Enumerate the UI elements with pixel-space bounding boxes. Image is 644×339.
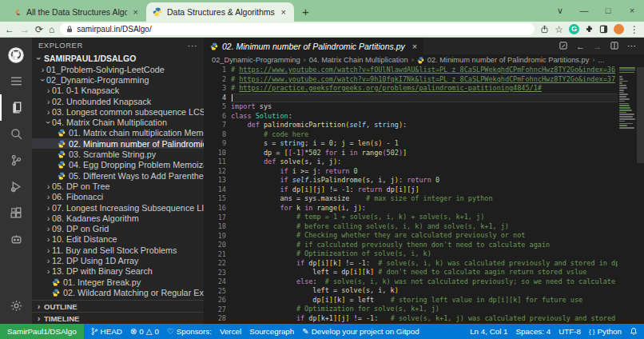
split-screen-extension-icon[interactable] bbox=[599, 25, 608, 34]
bookmark-star-icon[interactable]: ☆ bbox=[555, 25, 563, 34]
code-line: if dp[k+1][j] != -1: # solve(s, k+1, j) … bbox=[231, 314, 618, 324]
chevron-separator-icon: › bbox=[411, 56, 414, 64]
extensions-puzzle-icon[interactable] bbox=[585, 25, 594, 34]
settings-gear-icon[interactable] bbox=[0, 293, 32, 319]
remote-indicator[interactable]: SamirPaul1/DSAlgo bbox=[0, 324, 84, 339]
tree-folder-item[interactable]: ›01. 0-1 Knapsack bbox=[32, 86, 204, 96]
bell-icon bbox=[630, 327, 638, 336]
tree-folder-item[interactable]: ›04. Matrix Chain Multiplication bbox=[32, 117, 204, 127]
source-control-icon[interactable] bbox=[0, 147, 32, 173]
minimap[interactable] bbox=[618, 66, 637, 324]
split-editor-icon[interactable] bbox=[610, 39, 619, 54]
address-bar[interactable]: samirpaul.in/DSAlgo/ bbox=[60, 23, 535, 35]
breadcrumb-item[interactable]: 02_Dynamic-Programming bbox=[212, 56, 300, 64]
lock-icon bbox=[66, 26, 73, 33]
tree-file-item[interactable]: 02. Minimum number of Palindromic Partit… bbox=[32, 138, 204, 149]
code-line: if self.isPalindrome(s, i, j): return 0 bbox=[231, 176, 618, 185]
breadcrumb-item[interactable]: 02. Minimum number of Palindromic Partit… bbox=[427, 56, 590, 64]
explorer-more-actions-icon[interactable]: ··· bbox=[188, 41, 198, 50]
browser-tab-2[interactable]: Data Structures & Algorithms for × bbox=[146, 2, 294, 22]
code-line: # Optimization for solve(s, k+1, j) bbox=[231, 305, 618, 314]
breadcrumb-item[interactable]: ... bbox=[598, 56, 604, 64]
timeline-section[interactable]: › TIMELINE bbox=[32, 312, 204, 324]
python-file-icon bbox=[52, 289, 60, 297]
indentation-status[interactable]: Spaces: 4 bbox=[512, 327, 555, 336]
code-area[interactable]: # https://www.youtube.com/watch?v=fOUlNl… bbox=[231, 66, 618, 324]
tree-file-item[interactable]: 03. Scramble String.py bbox=[32, 149, 204, 159]
tab-close-icon[interactable]: × bbox=[412, 42, 417, 51]
browser-tab-strip: All the Data Structures Algorithm × Data… bbox=[0, 0, 644, 22]
tree-folder-item[interactable]: ›02_Dynamic-Programming bbox=[32, 74, 204, 85]
cursor-position-status[interactable]: Ln 4, Col 1 bbox=[466, 327, 511, 336]
menu-hamburger-icon[interactable] bbox=[0, 68, 32, 94]
home-icon[interactable]: ⌂ bbox=[49, 25, 54, 34]
line-number: 11 bbox=[204, 158, 226, 167]
tree-folder-item[interactable]: ›08. Kadanes Algorithm bbox=[32, 213, 204, 223]
branch-status[interactable]: HEAD bbox=[87, 327, 126, 336]
line-number: 19 bbox=[204, 232, 226, 241]
tree-item-label: 02. Unobunded Knapsack bbox=[52, 97, 151, 106]
explorer-icon[interactable] bbox=[0, 94, 32, 121]
go-back-icon[interactable]: ← bbox=[576, 42, 585, 51]
github-logo-icon[interactable] bbox=[0, 42, 32, 68]
tree-folder-item[interactable]: ›09. DP on Grid bbox=[32, 223, 204, 233]
tree-folder-item[interactable]: ›06. Fibonacci bbox=[32, 192, 204, 202]
tree-folder-item[interactable]: ›13. DP with Binary Search bbox=[32, 266, 204, 277]
tree-file-item[interactable]: 01. Matrix chain multiplication Memoizat… bbox=[32, 128, 204, 138]
vercel-link[interactable]: Vercel bbox=[216, 327, 245, 336]
explorer-sidebar: EXPLORER ··· › SAMIRPAUL1/DSALGO ›01_Pro… bbox=[32, 38, 204, 324]
line-number: 17 bbox=[204, 213, 226, 223]
tree-folder-item[interactable]: ›10. Edit Distance bbox=[32, 234, 204, 245]
open-changes-icon[interactable] bbox=[559, 39, 568, 54]
run-debug-icon[interactable] bbox=[0, 173, 32, 200]
editor-tab[interactable]: 02. Minimum number of Palindromic Partit… bbox=[204, 38, 423, 54]
go-forward-icon[interactable]: → bbox=[593, 42, 602, 51]
editor-scrollbar[interactable] bbox=[637, 66, 644, 324]
back-icon[interactable]: ← bbox=[5, 25, 14, 34]
maximize-icon[interactable]: □ bbox=[596, 0, 620, 22]
tab-search-icon[interactable]: ∨ bbox=[548, 0, 572, 22]
gitpod-status[interactable]: ✎ Develop your project on Gitpod bbox=[298, 327, 423, 336]
tree-folder-item[interactable]: ›05. DP on Tree bbox=[32, 181, 204, 191]
search-icon[interactable] bbox=[0, 121, 32, 147]
browser-tab-1[interactable]: All the Data Structures Algorithm × bbox=[6, 2, 146, 22]
reload-icon[interactable]: ⟳ bbox=[35, 25, 43, 34]
profile-avatar-icon[interactable] bbox=[614, 24, 624, 34]
grammarly-extension-icon[interactable]: G bbox=[569, 24, 579, 34]
extensions-icon[interactable] bbox=[0, 200, 32, 226]
tree-folder-item[interactable]: ›12. DP Using 1D Array bbox=[32, 255, 204, 265]
tree-file-item[interactable]: 01. Integer Break.py bbox=[32, 277, 204, 287]
tree-file-item[interactable]: 05. Different Ways to Add Parentheses.py bbox=[32, 170, 204, 181]
minimize-icon[interactable]: — bbox=[572, 0, 596, 22]
tree-folder-item[interactable]: ›02. Unobunded Knapsack bbox=[32, 96, 204, 106]
new-tab-button[interactable]: + bbox=[302, 5, 309, 18]
code-line: # https://practice.geeksforgeeks.org/pro… bbox=[231, 84, 618, 94]
tree-folder-item[interactable]: ›03. Longest common subsequence LCS bbox=[32, 106, 204, 117]
sourcegraph-link[interactable]: Sourcegraph bbox=[245, 327, 298, 336]
tree-item-label: 06. Fibonacci bbox=[52, 192, 103, 201]
sponsors-status[interactable]: ♡ Sponsors: bbox=[163, 327, 216, 336]
language-mode-status[interactable]: { } Python bbox=[585, 327, 626, 336]
tree-file-item[interactable]: 04. Egg Dropping Problem Memoization.py bbox=[32, 160, 204, 170]
tree-folder-item[interactable]: ›01_Problem-Solving-LeetCode bbox=[32, 64, 204, 74]
line-number: 22 bbox=[204, 259, 226, 269]
browser-menu-icon[interactable]: ⋮ bbox=[630, 25, 639, 34]
forward-icon[interactable]: → bbox=[20, 25, 30, 34]
tab-close-icon[interactable]: × bbox=[280, 7, 288, 17]
tree-file-item[interactable]: 02. Wildcard Matching or Regular Express… bbox=[32, 287, 204, 297]
tab-close-icon[interactable]: × bbox=[132, 7, 140, 17]
encoding-status[interactable]: UTF-8 bbox=[555, 327, 585, 336]
breadcrumb-item[interactable]: 04. Matrix Chain Multiplication bbox=[309, 56, 408, 64]
robot-copilot-icon[interactable] bbox=[0, 226, 32, 253]
outline-section[interactable]: › OUTLINE bbox=[32, 300, 204, 312]
share-icon[interactable] bbox=[540, 25, 549, 34]
tree-folder-item[interactable]: ›11. Buy and Sell Stock Problems bbox=[32, 245, 204, 255]
problems-status[interactable]: ⊗ 0 △ 0 bbox=[126, 327, 163, 336]
tree-folder-item[interactable]: ›07. Longest Increasing Subsequence LIS bbox=[32, 202, 204, 213]
explorer-root-folder[interactable]: › SAMIRPAUL1/DSALGO bbox=[32, 53, 204, 64]
explorer-title: EXPLORER bbox=[38, 41, 83, 50]
close-icon[interactable]: × bbox=[620, 0, 644, 22]
more-actions-icon[interactable]: ⋯ bbox=[627, 41, 636, 51]
notifications-bell[interactable] bbox=[626, 327, 644, 336]
tree-item-label: 13. DP with Binary Search bbox=[52, 266, 153, 276]
